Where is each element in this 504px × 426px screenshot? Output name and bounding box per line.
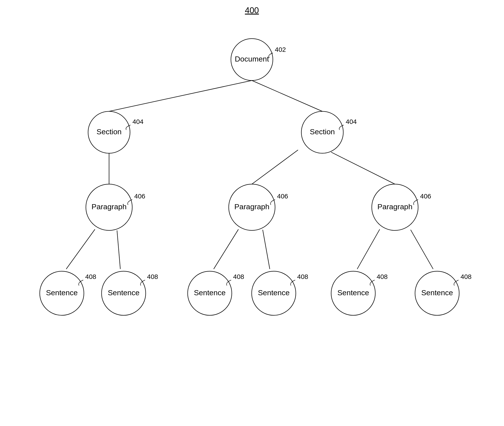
svg-line-5 bbox=[66, 229, 95, 269]
paragraph-right-label: Paragraph bbox=[378, 202, 413, 211]
svg-line-8 bbox=[263, 230, 270, 269]
sentence-6-label: Sentence bbox=[421, 288, 453, 297]
sentence-4-label: Sentence bbox=[258, 288, 290, 297]
sentence-3-label: Sentence bbox=[194, 288, 226, 297]
diagram-container: 400 Document 402 Section 404 bbox=[0, 0, 504, 426]
section-right-id: 404 bbox=[346, 118, 357, 125]
sentence-1-id: 408 bbox=[85, 273, 96, 280]
paragraph-left-id: 406 bbox=[134, 192, 145, 200]
section-left-label: Section bbox=[96, 128, 121, 136]
paragraph-mid-label: Paragraph bbox=[234, 202, 270, 211]
svg-line-9 bbox=[357, 229, 380, 269]
svg-line-0 bbox=[109, 80, 252, 111]
paragraph-right-id: 406 bbox=[420, 192, 431, 200]
svg-line-6 bbox=[117, 230, 120, 269]
sentence-2-label: Sentence bbox=[108, 288, 139, 297]
svg-line-10 bbox=[411, 230, 433, 269]
sentence-2-id: 408 bbox=[147, 273, 158, 280]
figure-label: 400 bbox=[245, 6, 259, 15]
document-id: 402 bbox=[275, 46, 286, 53]
sentence-1-label: Sentence bbox=[46, 288, 78, 297]
sentence-6-id: 408 bbox=[460, 273, 472, 280]
paragraph-left-label: Paragraph bbox=[92, 202, 127, 211]
svg-line-3 bbox=[252, 150, 298, 184]
document-label: Document bbox=[235, 55, 269, 63]
svg-line-1 bbox=[252, 80, 322, 111]
section-left-id: 404 bbox=[132, 118, 144, 125]
svg-line-7 bbox=[214, 229, 238, 269]
paragraph-mid-id: 406 bbox=[277, 192, 288, 200]
sentence-4-id: 408 bbox=[297, 273, 308, 280]
sentence-5-id: 408 bbox=[377, 273, 388, 280]
sentence-5-label: Sentence bbox=[337, 288, 369, 297]
svg-line-4 bbox=[331, 152, 395, 184]
section-right-label: Section bbox=[310, 128, 335, 136]
sentence-3-id: 408 bbox=[233, 273, 244, 280]
